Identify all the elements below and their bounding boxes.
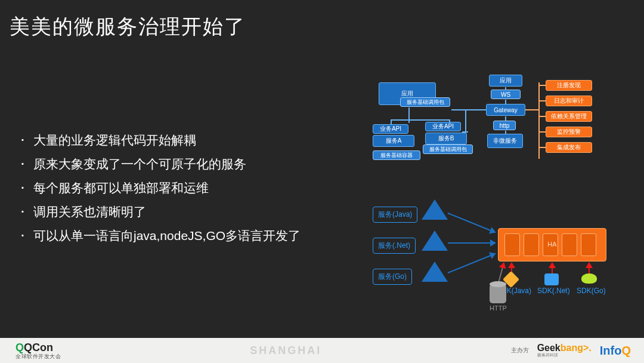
box-biz-api2: 业务API [425,122,461,131]
bullet-item: 原来大象变成了一个个可原子化的服务 [18,152,301,176]
sdk-net-label: SDK(.Net) [537,287,570,295]
footer-host-label: 主办方 [511,346,529,355]
ha-label: HA [499,241,606,248]
bullet-item: 调用关系也清晰明了 [18,200,301,224]
svc-go: 服务(Go) [373,269,412,285]
box-gateway: Gateway [486,104,525,116]
bullet-item: 大量的业务逻辑代码开始解耦 [18,128,301,152]
svc-net: 服务(.Net) [373,238,416,254]
sdk-net-icon [544,273,559,285]
side-item: 监控预警 [546,127,592,137]
box-non-ms: 非微服务 [487,134,523,148]
slide-title: 美美的微服务治理开始了 [10,13,246,41]
triangle-icon [422,230,448,251]
box-base-pkg2: 服务基础调用包 [423,144,473,154]
http-store-icon [490,284,506,303]
side-item: 集成发布 [546,142,592,153]
sdk-go-icon [581,273,597,284]
side-item: 注册发现 [546,80,592,91]
footer-city: SHANGHAI [61,344,511,357]
top-architecture-diagram: 应用 服务基础调用包 业务API 服务A 服务基础容器 业务API 服务B 服务… [373,72,632,173]
ha-cluster-box: HA [498,228,606,262]
qcon-logo: QQCon 全球软件开发大会 [16,342,61,359]
triangle-icon [422,262,448,282]
svc-java: 服务(Java) [373,207,417,223]
box-base-sub: 服务基础容器 [373,150,420,160]
sdk-go-label: SDK(Go) [577,287,606,295]
box-ws: WS [491,90,521,99]
bullet-item: 每个服务都可以单独部署和运维 [18,176,301,200]
box-biz-api1: 业务API [373,124,408,134]
box-app2: 应用 [489,75,522,87]
box-http: http [493,121,516,130]
infoq-logo: InfoQ [600,344,631,358]
bottom-architecture-diagram: 服务(Java) 服务(.Net) 服务(Go) HA SDK(Java) SD… [373,203,632,316]
box-base-pkg1: 服务基础调用包 [400,97,450,107]
http-label: HTTP [490,304,507,312]
bullet-list: 大量的业务逻辑代码开始解耦 原来大象变成了一个个可原子化的服务 每个服务都可以单… [18,128,301,248]
side-item: 依赖关系管理 [546,111,592,122]
geekbang-logo: Geekbang>.极客邦科技 [537,343,592,358]
triangle-icon [422,199,448,220]
slide-footer: QQCon 全球软件开发大会 SHANGHAI 主办方 Geekbang>.极客… [0,338,644,363]
bullet-item: 可以从单一语言向java,nodeJS,GO多语言开发了 [18,224,301,248]
side-item: 日志和审计 [546,96,592,106]
box-svc-a: 服务A [373,135,414,147]
box-svc-b: 服务B [425,133,467,144]
